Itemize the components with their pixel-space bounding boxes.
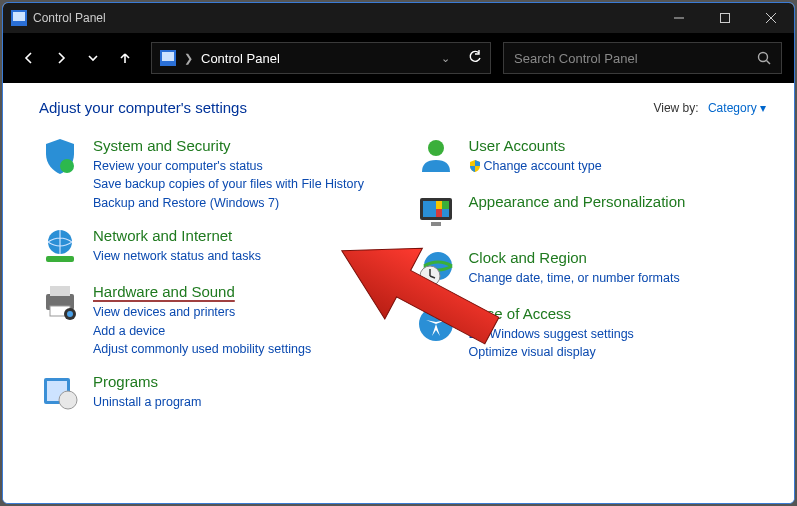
link-ease-of-access[interactable]: Ease of Access — [469, 304, 634, 324]
navbar: ❯ Control Panel ⌄ Search Control Panel — [3, 33, 794, 83]
link-hardware-sound[interactable]: Hardware and Sound — [93, 282, 311, 302]
globe-network-icon — [40, 226, 80, 266]
category-clock-region: Clock and Region Change date, time, or n… — [415, 248, 767, 290]
svg-rect-25 — [431, 222, 441, 226]
svg-rect-1 — [13, 12, 25, 21]
svg-rect-4 — [721, 14, 730, 23]
svg-rect-15 — [50, 286, 70, 296]
category-appearance: Appearance and Personalization — [415, 192, 767, 234]
link-network-status[interactable]: View network status and tasks — [93, 248, 261, 265]
link-user-accounts[interactable]: User Accounts — [469, 136, 602, 156]
search-input[interactable]: Search Control Panel — [503, 42, 782, 74]
link-date-time-formats[interactable]: Change date, time, or number formats — [469, 270, 680, 287]
link-suggest-settings[interactable]: Let Windows suggest settings — [469, 326, 634, 343]
category-system-security: System and Security Review your computer… — [39, 136, 391, 212]
content-area: Adjust your computer's settings View by:… — [3, 83, 794, 503]
svg-rect-28 — [436, 209, 442, 217]
link-backup-restore[interactable]: Backup and Restore (Windows 7) — [93, 195, 364, 212]
close-button[interactable] — [748, 3, 794, 33]
category-hardware-sound: Hardware and Sound View devices and prin… — [39, 282, 391, 358]
link-devices-printers[interactable]: View devices and printers — [93, 304, 311, 321]
address-bar[interactable]: ❯ Control Panel ⌄ — [151, 42, 491, 74]
link-change-account-type[interactable]: Change account type — [469, 158, 602, 175]
clock-globe-icon — [416, 248, 456, 288]
back-button[interactable] — [15, 44, 43, 72]
view-by-dropdown[interactable]: Category ▾ — [708, 101, 766, 115]
monitor-icon — [416, 192, 456, 232]
left-column: System and Security Review your computer… — [39, 136, 391, 414]
svg-rect-2 — [16, 22, 22, 24]
link-appearance[interactable]: Appearance and Personalization — [469, 192, 686, 212]
programs-icon — [40, 372, 80, 412]
link-network-internet[interactable]: Network and Internet — [93, 226, 261, 246]
link-optimize-display[interactable]: Optimize visual display — [469, 344, 634, 361]
view-by: View by: Category ▾ — [653, 101, 766, 115]
titlebar: Control Panel — [3, 3, 794, 33]
address-text: Control Panel — [201, 51, 280, 66]
link-uninstall[interactable]: Uninstall a program — [93, 394, 201, 411]
link-system-security[interactable]: System and Security — [93, 136, 364, 156]
category-user-accounts: User Accounts Change account type — [415, 136, 767, 178]
control-panel-window: Control Panel ❯ Control Panel ⌄ Search C… — [2, 2, 795, 504]
svg-rect-13 — [46, 256, 74, 262]
up-button[interactable] — [111, 44, 139, 72]
category-ease-of-access: Ease of Access Let Windows suggest setti… — [415, 304, 767, 361]
maximize-button[interactable] — [702, 3, 748, 33]
svg-point-22 — [428, 140, 444, 156]
shield-icon — [40, 136, 80, 176]
search-icon — [757, 51, 771, 65]
svg-line-10 — [767, 61, 771, 65]
svg-point-18 — [67, 311, 73, 317]
svg-point-11 — [60, 159, 74, 173]
svg-point-9 — [759, 53, 768, 62]
svg-point-32 — [432, 311, 439, 318]
control-panel-icon — [11, 10, 27, 26]
chevron-down-icon[interactable]: ⌄ — [441, 52, 450, 65]
recent-locations-button[interactable] — [79, 44, 107, 72]
control-panel-icon — [160, 50, 176, 66]
svg-rect-8 — [162, 52, 174, 61]
category-network: Network and Internet View network status… — [39, 226, 391, 268]
svg-rect-26 — [436, 201, 442, 209]
forward-button[interactable] — [47, 44, 75, 72]
svg-point-21 — [59, 391, 77, 409]
category-programs: Programs Uninstall a program — [39, 372, 391, 414]
refresh-button[interactable] — [468, 50, 482, 67]
link-add-device[interactable]: Add a device — [93, 323, 311, 340]
link-file-history[interactable]: Save backup copies of your files with Fi… — [93, 176, 364, 193]
uac-shield-icon — [469, 160, 481, 172]
search-placeholder: Search Control Panel — [514, 51, 638, 66]
window-title: Control Panel — [33, 11, 106, 25]
link-mobility-settings[interactable]: Adjust commonly used mobility settings — [93, 341, 311, 358]
right-column: User Accounts Change account type Appear… — [415, 136, 767, 414]
user-icon — [416, 136, 456, 176]
accessibility-icon — [416, 304, 456, 344]
link-review-status[interactable]: Review your computer's status — [93, 158, 364, 175]
link-clock-region[interactable]: Clock and Region — [469, 248, 680, 268]
minimize-button[interactable] — [656, 3, 702, 33]
printer-icon — [40, 282, 80, 322]
page-title: Adjust your computer's settings — [39, 99, 247, 116]
chevron-right-icon: ❯ — [184, 52, 193, 65]
link-programs[interactable]: Programs — [93, 372, 201, 392]
svg-rect-27 — [442, 201, 449, 209]
